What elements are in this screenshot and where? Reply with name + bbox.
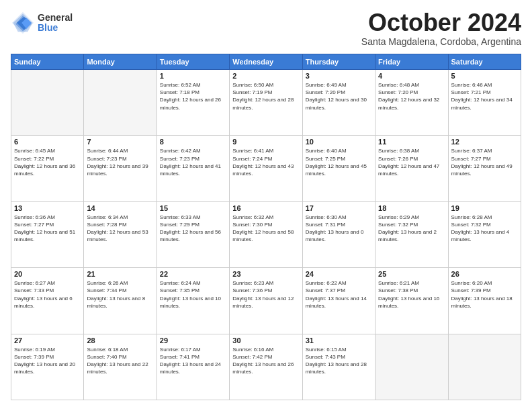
calendar-cell: 12Sunrise: 6:37 AMSunset: 7:27 PMDayligh… <box>448 136 521 201</box>
day-number: 22 <box>160 270 226 278</box>
calendar-cell: 27Sunrise: 6:19 AMSunset: 7:39 PMDayligh… <box>11 334 84 400</box>
cell-info: Sunrise: 6:41 AMSunset: 7:24 PMDaylight:… <box>232 147 299 177</box>
cell-info: Sunrise: 6:33 AMSunset: 7:29 PMDaylight:… <box>160 214 226 244</box>
day-number: 3 <box>306 72 372 80</box>
calendar-cell: 25Sunrise: 6:21 AMSunset: 7:38 PMDayligh… <box>375 268 448 334</box>
weekday-header-sunday: Sunday <box>11 54 84 70</box>
cell-info: Sunrise: 6:52 AMSunset: 7:18 PMDaylight:… <box>160 81 226 111</box>
calendar-cell: 21Sunrise: 6:26 AMSunset: 7:34 PMDayligh… <box>84 268 157 334</box>
calendar-cell: 16Sunrise: 6:32 AMSunset: 7:30 PMDayligh… <box>230 201 302 267</box>
calendar-cell: 6Sunrise: 6:45 AMSunset: 7:22 PMDaylight… <box>11 136 84 201</box>
cell-info: Sunrise: 6:38 AMSunset: 7:26 PMDaylight:… <box>378 147 445 177</box>
calendar-cell: 5Sunrise: 6:46 AMSunset: 7:21 PMDaylight… <box>448 70 521 136</box>
day-number: 9 <box>232 138 299 146</box>
cell-info: Sunrise: 6:49 AMSunset: 7:20 PMDaylight:… <box>306 81 372 111</box>
day-number: 11 <box>378 138 445 146</box>
day-number: 8 <box>160 138 226 146</box>
day-number: 29 <box>160 336 226 345</box>
day-number: 6 <box>14 138 81 146</box>
cell-info: Sunrise: 6:15 AMSunset: 7:43 PMDaylight:… <box>306 346 372 376</box>
cell-info: Sunrise: 6:32 AMSunset: 7:30 PMDaylight:… <box>232 214 299 244</box>
day-number: 17 <box>306 204 372 212</box>
day-number: 31 <box>306 336 372 345</box>
calendar-cell: 28Sunrise: 6:18 AMSunset: 7:40 PMDayligh… <box>84 334 157 400</box>
day-number: 26 <box>451 270 518 278</box>
day-number: 27 <box>14 336 81 345</box>
calendar-cell: 3Sunrise: 6:49 AMSunset: 7:20 PMDaylight… <box>302 70 375 136</box>
calendar-cell: 19Sunrise: 6:28 AMSunset: 7:32 PMDayligh… <box>448 201 521 267</box>
cell-info: Sunrise: 6:29 AMSunset: 7:32 PMDaylight:… <box>378 214 445 244</box>
header: General Blue October 2024 Santa Magdalen… <box>11 11 521 47</box>
weekday-header-monday: Monday <box>84 54 157 70</box>
cell-info: Sunrise: 6:40 AMSunset: 7:25 PMDaylight:… <box>306 147 372 177</box>
cell-info: Sunrise: 6:28 AMSunset: 7:32 PMDaylight:… <box>451 214 518 244</box>
calendar-cell: 7Sunrise: 6:44 AMSunset: 7:23 PMDaylight… <box>84 136 157 201</box>
cell-info: Sunrise: 6:18 AMSunset: 7:40 PMDaylight:… <box>87 346 153 376</box>
weekday-header-saturday: Saturday <box>448 54 521 70</box>
day-number: 15 <box>160 204 226 212</box>
calendar-cell: 15Sunrise: 6:33 AMSunset: 7:29 PMDayligh… <box>157 201 229 267</box>
logo-blue-label: Blue <box>38 23 73 33</box>
calendar-cell: 18Sunrise: 6:29 AMSunset: 7:32 PMDayligh… <box>375 201 448 267</box>
cell-info: Sunrise: 6:23 AMSunset: 7:36 PMDaylight:… <box>232 279 299 310</box>
day-number: 24 <box>306 270 372 278</box>
calendar-cell <box>448 334 521 400</box>
day-number: 21 <box>87 270 153 278</box>
cell-info: Sunrise: 6:48 AMSunset: 7:20 PMDaylight:… <box>378 81 445 111</box>
cell-info: Sunrise: 6:17 AMSunset: 7:41 PMDaylight:… <box>160 346 226 376</box>
calendar-cell <box>84 70 157 136</box>
day-number: 20 <box>14 270 81 278</box>
calendar-cell: 11Sunrise: 6:38 AMSunset: 7:26 PMDayligh… <box>375 136 448 201</box>
day-number: 18 <box>378 204 445 212</box>
calendar-cell: 22Sunrise: 6:24 AMSunset: 7:35 PMDayligh… <box>157 268 229 334</box>
calendar-week-3: 13Sunrise: 6:36 AMSunset: 7:27 PMDayligh… <box>11 201 521 267</box>
day-number: 4 <box>378 72 445 80</box>
day-number: 25 <box>378 270 445 278</box>
logo-text: General Blue <box>38 13 73 34</box>
cell-info: Sunrise: 6:30 AMSunset: 7:31 PMDaylight:… <box>306 214 372 244</box>
cell-info: Sunrise: 6:44 AMSunset: 7:23 PMDaylight:… <box>87 147 153 177</box>
calendar-cell: 10Sunrise: 6:40 AMSunset: 7:25 PMDayligh… <box>302 136 375 201</box>
day-number: 13 <box>14 204 81 212</box>
cell-info: Sunrise: 6:34 AMSunset: 7:28 PMDaylight:… <box>87 214 153 244</box>
cell-info: Sunrise: 6:24 AMSunset: 7:35 PMDaylight:… <box>160 279 226 310</box>
cell-info: Sunrise: 6:19 AMSunset: 7:39 PMDaylight:… <box>14 346 81 376</box>
cell-info: Sunrise: 6:20 AMSunset: 7:39 PMDaylight:… <box>451 279 518 310</box>
calendar-week-2: 6Sunrise: 6:45 AMSunset: 7:22 PMDaylight… <box>11 136 521 201</box>
cell-info: Sunrise: 6:37 AMSunset: 7:27 PMDaylight:… <box>451 147 518 177</box>
calendar-cell: 29Sunrise: 6:17 AMSunset: 7:41 PMDayligh… <box>157 334 229 400</box>
cell-info: Sunrise: 6:45 AMSunset: 7:22 PMDaylight:… <box>14 147 81 177</box>
cell-info: Sunrise: 6:50 AMSunset: 7:19 PMDaylight:… <box>232 81 299 111</box>
day-number: 28 <box>87 336 153 345</box>
calendar-cell: 8Sunrise: 6:42 AMSunset: 7:23 PMDaylight… <box>157 136 229 201</box>
day-number: 12 <box>451 138 518 146</box>
calendar-week-4: 20Sunrise: 6:27 AMSunset: 7:33 PMDayligh… <box>11 268 521 334</box>
logo-icon <box>11 11 35 35</box>
day-number: 1 <box>160 72 226 80</box>
weekday-header-wednesday: Wednesday <box>230 54 302 70</box>
day-number: 7 <box>87 138 153 146</box>
cell-info: Sunrise: 6:46 AMSunset: 7:21 PMDaylight:… <box>451 81 518 111</box>
calendar-header-row: SundayMondayTuesdayWednesdayThursdayFrid… <box>11 54 521 70</box>
day-number: 19 <box>451 204 518 212</box>
cell-info: Sunrise: 6:26 AMSunset: 7:34 PMDaylight:… <box>87 279 153 310</box>
day-number: 2 <box>232 72 299 80</box>
calendar-cell: 1Sunrise: 6:52 AMSunset: 7:18 PMDaylight… <box>157 70 229 136</box>
day-number: 16 <box>232 204 299 212</box>
calendar-week-5: 27Sunrise: 6:19 AMSunset: 7:39 PMDayligh… <box>11 334 521 400</box>
calendar-table: SundayMondayTuesdayWednesdayThursdayFrid… <box>11 54 521 400</box>
location-subtitle: Santa Magdalena, Cordoba, Argentina <box>361 36 521 47</box>
weekday-header-thursday: Thursday <box>302 54 375 70</box>
cell-info: Sunrise: 6:22 AMSunset: 7:37 PMDaylight:… <box>306 279 372 310</box>
day-number: 5 <box>451 72 518 80</box>
logo-general-label: General <box>38 13 73 23</box>
calendar-cell <box>11 70 84 136</box>
calendar-cell: 26Sunrise: 6:20 AMSunset: 7:39 PMDayligh… <box>448 268 521 334</box>
cell-info: Sunrise: 6:16 AMSunset: 7:42 PMDaylight:… <box>232 346 299 376</box>
title-block: October 2024 Santa Magdalena, Cordoba, A… <box>361 11 521 47</box>
calendar-cell: 14Sunrise: 6:34 AMSunset: 7:28 PMDayligh… <box>84 201 157 267</box>
cell-info: Sunrise: 6:42 AMSunset: 7:23 PMDaylight:… <box>160 147 226 177</box>
calendar-cell: 13Sunrise: 6:36 AMSunset: 7:27 PMDayligh… <box>11 201 84 267</box>
cell-info: Sunrise: 6:21 AMSunset: 7:38 PMDaylight:… <box>378 279 445 310</box>
logo: General Blue <box>11 11 73 35</box>
